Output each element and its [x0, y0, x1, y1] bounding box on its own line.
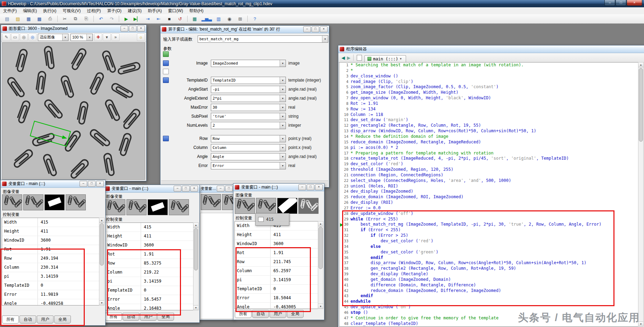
clips-thumbnail[interactable]: [23, 194, 43, 210]
tab-自动[interactable]: 自动: [252, 310, 269, 318]
code-line[interactable]: 7dev_open_window (0, 0, Width, Height, '…: [339, 95, 638, 101]
undo-button[interactable]: ↶: [96, 15, 106, 23]
save-button[interactable]: ▦: [24, 15, 34, 23]
variable-row[interactable]: Height411: [2, 227, 99, 236]
chevron-down-icon[interactable]: ▼: [280, 95, 286, 102]
zoom-menu-button[interactable]: ◎: [28, 33, 36, 41]
code-line[interactable]: 27Error := 0.0: [339, 206, 638, 211]
clips-dark-thumbnail[interactable]: [298, 198, 319, 214]
variable-row[interactable]: TemplateID0: [105, 286, 193, 295]
step-into-button[interactable]: ⇤: [154, 15, 164, 23]
code-line[interactable]: 35 dev_set_color ('green'): [339, 250, 638, 255]
maximize-button[interactable]: □: [129, 26, 137, 32]
mask-rect-thumbnail[interactable]: [44, 194, 65, 210]
tab-用户[interactable]: 用户: [37, 316, 53, 324]
dropdown-arrow-button[interactable]: ▾: [103, 33, 111, 41]
mask-rect-thumbnail[interactable]: [148, 199, 168, 215]
code-line[interactable]: 26dev_display (ROI): [339, 200, 638, 206]
chevron-down-icon[interactable]: ▼: [280, 144, 286, 151]
tab-全局[interactable]: 全局: [157, 313, 174, 321]
clips-thumbnail[interactable]: [169, 199, 189, 215]
procedure-page-icon[interactable]: [357, 55, 362, 61]
more-tools-button[interactable]: »: [112, 33, 119, 41]
param-value-combobox[interactable]: Angle▼: [211, 153, 286, 160]
scroll-up-icon[interactable]: ▲: [638, 62, 643, 67]
variable-row[interactable]: Rot1.91: [2, 245, 99, 254]
code-line[interactable]: 18create_template_rot (ImageReduced, 4, …: [339, 156, 638, 161]
variable-row[interactable]: Height411: [105, 232, 193, 241]
code-line[interactable]: 8Rot := 1.91: [339, 101, 638, 107]
navigate-forward-icon[interactable]: ▶: [347, 55, 350, 60]
close-button[interactable]: ×: [320, 26, 328, 32]
minimize-button[interactable]: –: [303, 26, 311, 32]
variable-row[interactable]: WindowID3600: [105, 241, 193, 250]
code-line[interactable]: 19dev_set_color ('red'): [339, 161, 638, 167]
tab-用户[interactable]: 用户: [270, 310, 286, 318]
variable-row[interactable]: Angle-0.489258: [2, 299, 99, 305]
code-line[interactable]: 29while (Error < 255): [339, 217, 638, 222]
variable-row[interactable]: Column65.2597: [235, 267, 318, 276]
navigate-back-icon[interactable]: ◀: [341, 55, 345, 60]
code-editor-area[interactable]: 1* Searching the best match of a templat…: [339, 62, 638, 327]
code-line[interactable]: 38 gen_rectangle2 (Rectangle, Row, Colum…: [339, 266, 638, 271]
paste-button[interactable]: ⎘: [81, 15, 91, 23]
code-line[interactable]: 1* Searching the best match of a templat…: [339, 62, 638, 68]
variable-row[interactable]: Angle-0.463005: [235, 303, 318, 309]
program-editor-titlebar[interactable]: 程序编辑器: [338, 45, 644, 53]
operator-name-combobox[interactable]: best_match_rot_mg ▼: [198, 35, 328, 43]
code-line[interactable]: 41 difference (Domain, Rectangle, Differ…: [339, 283, 638, 288]
code-line[interactable]: 34 else: [339, 244, 638, 250]
chevron-down-icon[interactable]: ▼: [280, 77, 286, 84]
main-titlebar[interactable]: HDevelop - C:/Users/Public/Documents/MVT…: [0, 0, 644, 7]
menu-file[interactable]: 文件(F): [0, 7, 20, 15]
pixel-grid-button[interactable]: ⊞: [235, 15, 245, 23]
menu-operators[interactable]: 算子(O): [104, 7, 124, 15]
code-line[interactable]: 30 best_match_rot_mg (ImageZoomed, Templ…: [339, 222, 638, 227]
tab-自动[interactable]: 自动: [19, 316, 36, 324]
help-button[interactable]: ?: [250, 15, 260, 23]
new-file-button[interactable]: ▤: [2, 15, 12, 23]
clips-thumbnail[interactable]: [235, 198, 255, 214]
maximize-button[interactable]: □: [88, 181, 96, 187]
code-line[interactable]: 12gen_rectangle2 (Rectangle, Row, Column…: [339, 123, 638, 128]
zoom-in-tool-button[interactable]: ◎: [20, 33, 28, 41]
maximize-button[interactable]: □: [225, 186, 233, 192]
menu-suggestions[interactable]: 建议(S): [125, 7, 145, 15]
menu-execute[interactable]: 执行(x): [40, 7, 59, 15]
scrollbar-thumb[interactable]: [319, 227, 323, 269]
graphics-window-titlebar[interactable]: 图形窗口: 3600 - ImageZoomed – □ ×: [1, 25, 146, 33]
variable-window-titlebar[interactable]: 变量窗口 - main (:::)–□×: [1, 180, 105, 188]
clips-thumbnail[interactable]: [2, 194, 22, 210]
procedure-tab-main[interactable]: main (:::) ▼: [364, 55, 406, 62]
maximize-button[interactable]: □: [616, 0, 626, 6]
run-to-line-button[interactable]: ▶▏: [132, 15, 142, 23]
cut-button[interactable]: ✂: [60, 15, 70, 23]
code-line[interactable]: 28dev_update_window ('off'): [339, 211, 638, 217]
param-value-combobox[interactable]: ImageZoomed▼: [211, 60, 286, 67]
code-line[interactable]: 11dev_set_draw ('margin'): [339, 117, 638, 123]
menu-assistants[interactable]: 助手(A): [145, 7, 165, 15]
param-value-combobox[interactable]: 'true'▼: [211, 113, 286, 120]
param-value-combobox[interactable]: Column▼: [211, 144, 286, 151]
variable-row[interactable]: TemplateID0: [2, 281, 99, 290]
set-color-tool-button[interactable]: ✚: [94, 33, 102, 41]
maximize-button[interactable]: □: [312, 26, 319, 32]
code-line[interactable]: 33 dev_set_color ('red'): [339, 238, 638, 244]
code-line[interactable]: 6get_image_size (ImageZoomed, Width, Hei…: [339, 90, 638, 95]
code-line[interactable]: 25reduce_domain (ImageZoomed, ROI, Image…: [339, 194, 638, 200]
variable-table-scrollbar[interactable]: ▲▼: [318, 221, 323, 309]
code-line[interactable]: 37 disp_arrow (WindowID, Row, Column, Ro…: [339, 260, 638, 266]
param-value-combobox[interactable]: Row▼: [211, 135, 286, 142]
step-over-button[interactable]: ⇥: [143, 15, 153, 23]
param-value-combobox[interactable]: 2*pi▼: [211, 95, 286, 102]
variable-table-scrollbar[interactable]: ▲▼: [99, 218, 105, 305]
variable-row[interactable]: Error18.5044: [235, 294, 318, 303]
variable-window-titlebar[interactable]: 变量窗口 - main (:::) – □: [199, 185, 234, 193]
scroll-up-icon[interactable]: ▲: [193, 223, 198, 228]
variable-row[interactable]: Column219.22: [105, 268, 193, 277]
code-line[interactable]: 9Row := 134: [339, 107, 638, 112]
chevron-down-icon[interactable]: ▼: [280, 162, 286, 169]
menu-procedures[interactable]: 过程(P): [84, 7, 104, 15]
tab-全局[interactable]: 全局: [54, 316, 71, 324]
variable-row[interactable]: TemplateID0: [235, 285, 318, 294]
